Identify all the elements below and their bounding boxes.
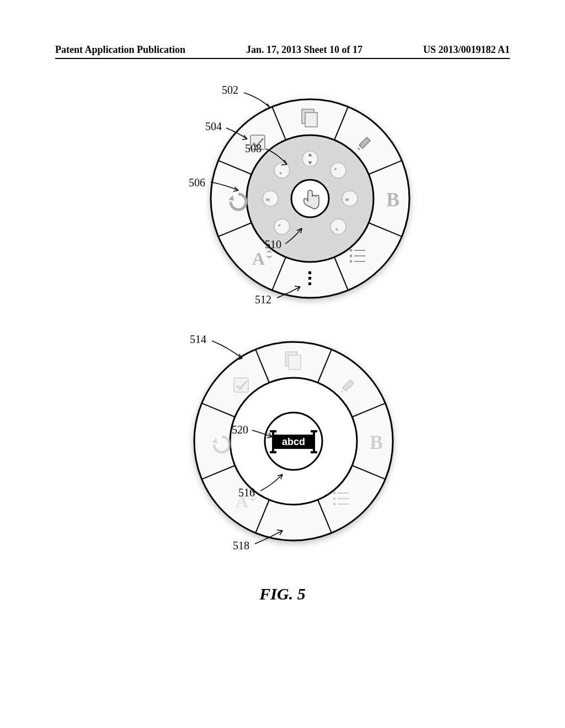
svg-rect-12 (350, 249, 352, 251)
figure-caption: FIG. 5 (0, 585, 565, 603)
svg-rect-17 (354, 261, 365, 262)
svg-rect-13 (354, 250, 365, 251)
nav-downright[interactable] (331, 219, 346, 234)
svg-rect-36 (289, 355, 301, 370)
label-506: 506 (189, 176, 205, 189)
svg-rect-41 (333, 497, 335, 500)
label-508: 508 (245, 142, 262, 155)
header-center: Jan. 17, 2013 Sheet 10 of 17 (246, 44, 363, 56)
label-516: 516 (238, 486, 255, 499)
label-512: 512 (255, 293, 271, 306)
page-header: Patent Application Publication Jan. 17, … (55, 44, 510, 59)
bold-icon[interactable]: B (370, 431, 383, 453)
svg-rect-20 (308, 282, 311, 285)
nav-downleft[interactable] (274, 219, 290, 234)
svg-rect-15 (354, 255, 365, 256)
label-514: 514 (190, 333, 206, 346)
label-502: 502 (222, 84, 238, 97)
svg-rect-40 (338, 493, 349, 494)
label-510: 510 (265, 238, 281, 251)
svg-rect-18 (308, 271, 311, 274)
svg-rect-19 (308, 277, 311, 280)
more-icon[interactable] (308, 271, 311, 285)
radial-menu-502: B A (200, 88, 420, 309)
figure-area: B A (0, 77, 565, 552)
svg-rect-37 (234, 378, 248, 392)
nav-left[interactable] (263, 191, 278, 206)
svg-rect-44 (338, 504, 349, 505)
svg-rect-42 (338, 498, 349, 499)
svg-rect-14 (350, 255, 352, 257)
nav-right[interactable] (342, 191, 358, 206)
svg-rect-43 (333, 503, 335, 505)
svg-text:››: ›› (345, 196, 349, 202)
label-504: 504 (205, 120, 222, 133)
nav-upright[interactable] (331, 163, 346, 178)
svg-rect-16 (350, 260, 352, 263)
svg-rect-9 (305, 113, 317, 127)
svg-text:‹‹: ‹‹ (266, 196, 270, 202)
header-left: Patent Application Publication (55, 44, 185, 56)
label-518: 518 (233, 539, 249, 552)
bold-icon[interactable]: B (386, 189, 399, 211)
header-right: US 2013/0019182 A1 (423, 44, 510, 56)
radial-menu-514: B A abcd (183, 331, 404, 552)
label-520: 520 (232, 424, 248, 436)
edit-icon[interactable] (234, 378, 248, 392)
selection-text: abcd (282, 436, 305, 447)
svg-rect-39 (333, 492, 335, 494)
svg-text:A: A (252, 249, 265, 269)
